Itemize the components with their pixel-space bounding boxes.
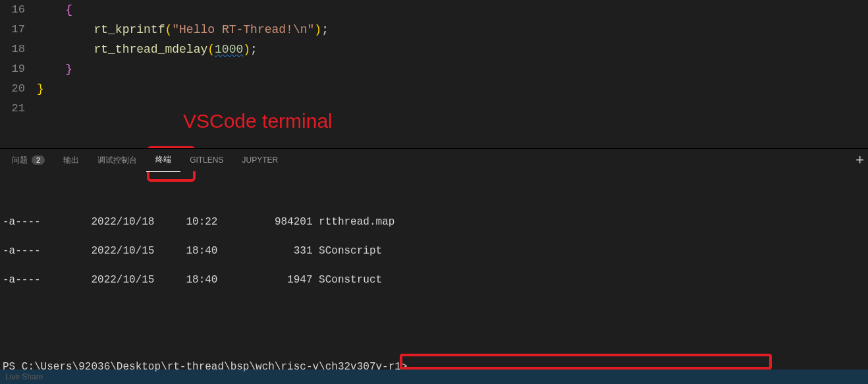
tab-problems[interactable]: 问题 2 — [3, 149, 54, 172]
code-line[interactable]: } — [37, 59, 868, 79]
tab-jupyter[interactable]: JUPYTER — [232, 149, 287, 172]
tab-gitlens[interactable]: GITLENS — [180, 149, 232, 172]
terminal-blank — [3, 331, 868, 345]
tab-label: 输出 — [63, 155, 79, 166]
terminal-blank — [3, 302, 868, 316]
tab-label: 调试控制台 — [97, 155, 137, 166]
terminal[interactable]: -a---- 2022/10/18 10:22 984201 rtthread.… — [0, 171, 868, 372]
tab-label: 问题 — [12, 155, 28, 166]
tab-debug-console[interactable]: 调试控制台 — [88, 149, 146, 172]
code-line[interactable]: } — [37, 79, 868, 99]
add-panel-icon[interactable]: + — [855, 151, 864, 169]
tab-label: 终端 — [155, 154, 171, 165]
line-number-gutter: 16 17 18 19 20 21 — [0, 0, 37, 148]
code-line[interactable]: rt_kprintf("Hello RT-Thread!\n"); — [37, 20, 868, 40]
terminal-row: -a---- 2022/10/15 18:40 1947 SConstruct — [3, 273, 868, 287]
code-line[interactable]: rt_thread_mdelay(1000); — [37, 40, 868, 59]
code-area[interactable]: { rt_kprintf("Hello RT-Thread!\n"); rt_t… — [37, 0, 868, 148]
terminal-row: -a---- 2022/10/18 10:22 984201 rtthread.… — [3, 215, 868, 229]
code-editor[interactable]: 16 17 18 19 20 21 { rt_kprintf("Hello RT… — [0, 0, 868, 148]
problems-badge: 2 — [32, 155, 45, 165]
code-line[interactable]: { — [37, 0, 868, 20]
line-number: 17 — [0, 20, 25, 40]
line-number: 20 — [0, 79, 25, 99]
tab-terminal[interactable]: 终端 — [146, 149, 180, 172]
status-live-share[interactable]: Live Share — [5, 372, 43, 381]
tab-label: GITLENS — [190, 155, 223, 165]
terminal-blank — [3, 186, 868, 200]
annotation-label: VSCode terminal — [183, 110, 333, 132]
line-number: 21 — [0, 99, 25, 119]
line-number: 16 — [0, 0, 25, 20]
tab-label: JUPYTER — [242, 155, 278, 165]
terminal-row: -a---- 2022/10/15 18:40 331 SConscript — [3, 244, 868, 258]
line-number: 18 — [0, 40, 25, 59]
panel-tab-bar: 问题 2 输出 调试控制台 终端 GITLENS JUPYTER + — [0, 148, 868, 171]
line-number: 19 — [0, 59, 25, 79]
status-bar[interactable]: Live Share — [0, 370, 868, 384]
tab-output[interactable]: 输出 — [54, 149, 88, 172]
